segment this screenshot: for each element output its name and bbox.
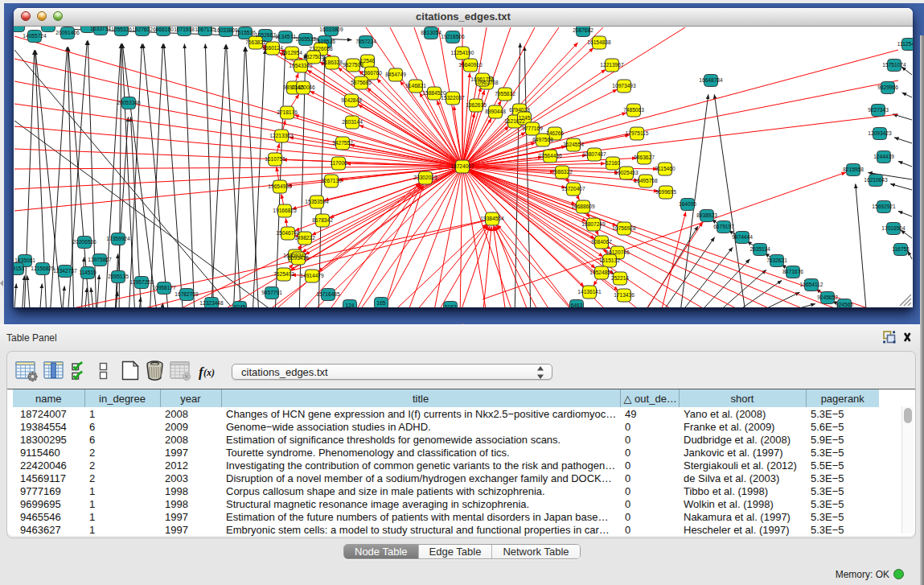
svg-text:16154838: 16154838 bbox=[587, 39, 611, 45]
svg-text:5875685: 5875685 bbox=[351, 80, 372, 85]
svg-text:114519: 114519 bbox=[79, 270, 97, 275]
svg-text:9699695: 9699695 bbox=[655, 189, 676, 195]
svg-text:9457791: 9457791 bbox=[261, 290, 282, 295]
svg-text:19166825: 19166825 bbox=[273, 208, 297, 213]
svg-text:14055724: 14055724 bbox=[23, 33, 47, 39]
svg-text:16648784: 16648784 bbox=[699, 77, 723, 83]
svg-text:16495758: 16495758 bbox=[634, 178, 658, 183]
svg-text:14136141: 14136141 bbox=[577, 289, 602, 295]
svg-text:(x): (x) bbox=[203, 367, 215, 378]
svg-text:13975867: 13975867 bbox=[88, 257, 112, 262]
svg-text:10973493: 10973493 bbox=[612, 83, 636, 89]
svg-text:8093416: 8093416 bbox=[288, 255, 309, 261]
svg-text:10025453: 10025453 bbox=[614, 170, 639, 175]
svg-text:924565: 924565 bbox=[836, 302, 853, 307]
svg-text:8990448: 8990448 bbox=[485, 109, 506, 114]
svg-text:1633734: 1633734 bbox=[90, 27, 111, 31]
svg-text:8454749: 8454749 bbox=[385, 72, 406, 77]
svg-text:18807249: 18807249 bbox=[581, 221, 606, 227]
svg-text:1362615: 1362615 bbox=[466, 102, 487, 108]
svg-text:17016504: 17016504 bbox=[881, 225, 906, 231]
svg-text:15751074: 15751074 bbox=[882, 62, 906, 68]
svg-text:165: 165 bbox=[376, 300, 385, 306]
svg-text:2366760: 2366760 bbox=[361, 70, 382, 76]
svg-text:20091406: 20091406 bbox=[55, 30, 80, 35]
svg-text:746266: 746266 bbox=[546, 130, 564, 136]
svg-text:3267130: 3267130 bbox=[321, 178, 342, 183]
svg-text:2718176: 2718176 bbox=[277, 109, 298, 115]
svg-text:6679197: 6679197 bbox=[713, 224, 734, 229]
svg-text:7663822: 7663822 bbox=[245, 39, 266, 45]
svg-text:7857224: 7857224 bbox=[355, 39, 376, 44]
svg-text:1055326: 1055326 bbox=[111, 27, 132, 32]
svg-text:1498222: 1498222 bbox=[294, 235, 315, 241]
svg-text:6794028: 6794028 bbox=[509, 107, 530, 113]
svg-text:8938923: 8938923 bbox=[696, 212, 717, 218]
svg-text:62160: 62160 bbox=[606, 160, 621, 166]
svg-text:23564436: 23564436 bbox=[538, 153, 562, 159]
svg-text:1052667: 1052667 bbox=[255, 32, 276, 38]
svg-text:7625402: 7625402 bbox=[273, 271, 294, 277]
svg-text:15720407: 15720407 bbox=[561, 186, 585, 192]
svg-text:23226058: 23226058 bbox=[309, 46, 333, 51]
svg-text:3427552: 3427552 bbox=[332, 140, 353, 146]
svg-text:8813054: 8813054 bbox=[421, 30, 441, 35]
svg-text:15692921: 15692921 bbox=[872, 204, 896, 209]
svg-text:9134571: 9134571 bbox=[275, 34, 296, 39]
svg-text:9327503: 9327503 bbox=[303, 54, 324, 60]
svg-text:20053346: 20053346 bbox=[117, 100, 141, 105]
svg-text:1245: 1245 bbox=[519, 115, 531, 121]
svg-text:1065532: 1065532 bbox=[295, 36, 316, 42]
svg-text:6463: 6463 bbox=[571, 303, 583, 307]
svg-text:12213363: 12213363 bbox=[269, 133, 294, 138]
svg-text:3624554: 3624554 bbox=[563, 142, 584, 147]
svg-text:9146821: 9146821 bbox=[405, 83, 426, 89]
svg-text:10543342: 10543342 bbox=[289, 63, 313, 68]
svg-text:8471676: 8471676 bbox=[782, 269, 803, 274]
svg-text:19218506: 19218506 bbox=[441, 34, 465, 39]
svg-text:2935114: 2935114 bbox=[749, 246, 770, 252]
svg-text:7986322: 7986322 bbox=[552, 169, 573, 175]
svg-text:1244419: 1244419 bbox=[873, 154, 894, 159]
svg-text:11125419: 11125419 bbox=[897, 41, 913, 47]
svg-text:6497568: 6497568 bbox=[532, 137, 553, 142]
svg-text:16782759: 16782759 bbox=[175, 291, 199, 297]
svg-text:12546: 12546 bbox=[360, 58, 376, 64]
svg-text:10756928: 10756928 bbox=[612, 225, 636, 231]
svg-text:117006: 117006 bbox=[330, 160, 347, 166]
svg-text:1435061: 1435061 bbox=[14, 257, 35, 263]
svg-text:15716485: 15716485 bbox=[316, 291, 340, 297]
svg-text:18724007: 18724007 bbox=[450, 163, 474, 169]
svg-text:9329966: 9329966 bbox=[877, 84, 898, 90]
svg-text:2803144: 2803144 bbox=[342, 119, 363, 125]
svg-text:16033809: 16033809 bbox=[319, 27, 343, 32]
svg-text:8678342: 8678342 bbox=[312, 217, 333, 223]
svg-text:7515526: 7515526 bbox=[314, 39, 335, 44]
svg-text:1610755: 1610755 bbox=[265, 156, 285, 162]
svg-text:9084067: 9084067 bbox=[591, 239, 612, 245]
svg-text:12093423: 12093423 bbox=[868, 130, 892, 136]
svg-text:9245652: 9245652 bbox=[817, 295, 838, 300]
svg-text:9777169: 9777169 bbox=[522, 126, 543, 131]
svg-text:23420046: 23420046 bbox=[291, 84, 315, 90]
svg-text:1713436: 1713436 bbox=[614, 292, 634, 298]
svg-text:16210643: 16210643 bbox=[864, 177, 888, 183]
svg-text:9227343: 9227343 bbox=[868, 107, 889, 113]
svg-text:12213967: 12213967 bbox=[600, 62, 624, 68]
svg-text:8660124: 8660124 bbox=[262, 45, 283, 51]
svg-text:5162: 5162 bbox=[445, 304, 457, 307]
svg-text:2395135: 2395135 bbox=[108, 274, 129, 279]
svg-text:8215958: 8215958 bbox=[843, 167, 864, 172]
svg-text:15322037: 15322037 bbox=[441, 95, 465, 101]
svg-text:6466160: 6466160 bbox=[153, 27, 174, 32]
svg-text:23302023: 23302023 bbox=[413, 175, 437, 180]
svg-text:8186328: 8186328 bbox=[322, 60, 343, 65]
svg-text:19654935: 19654935 bbox=[268, 183, 292, 189]
svg-text:10688609: 10688609 bbox=[571, 204, 595, 209]
svg-text:9245: 9245 bbox=[234, 304, 246, 307]
svg-text:14914479: 14914479 bbox=[300, 273, 324, 278]
svg-text:12323448: 12323448 bbox=[199, 300, 224, 306]
svg-text:16961758: 16961758 bbox=[470, 76, 495, 82]
svg-text:1615132: 1615132 bbox=[599, 257, 620, 263]
svg-text:252214: 252214 bbox=[611, 275, 629, 281]
